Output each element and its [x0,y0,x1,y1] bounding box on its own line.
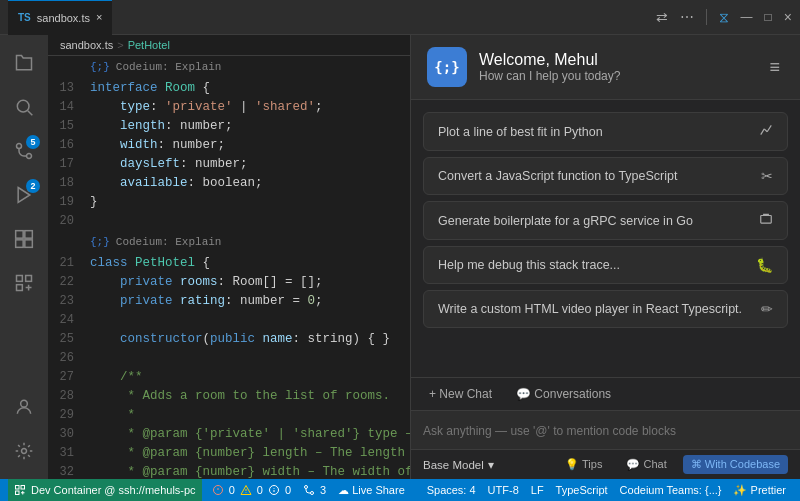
suggestion-item-1[interactable]: Convert a JavaScript function to TypeScr… [423,157,788,195]
chat-input[interactable] [423,424,788,438]
chat-button[interactable]: 💬 Chat [618,455,674,474]
activity-extensions[interactable] [4,219,44,259]
editor-area: sandbox.ts > PetHotel {;} Codeium: Expla… [48,35,410,479]
activity-settings[interactable] [4,431,44,471]
suggestion-item-3[interactable]: Help me debug this stack trace... 🐛 [423,246,788,284]
suggestion-text-1: Convert a JavaScript function to TypeScr… [438,169,677,183]
svg-rect-21 [16,491,20,495]
code-line-25: 25 constructor(public name: string) { } [48,330,410,349]
encoding-status[interactable]: UTF-8 [482,484,525,496]
status-bar: Dev Container @ ssh://mehuls-pc 0 0 0 3 … [0,479,800,501]
suggestion-icon-4: ✏ [761,301,773,317]
tips-label: 💡 Tips [565,458,602,471]
suggestion-text-4: Write a custom HTML video player in Reac… [438,302,742,316]
codeium-icon-2: {;} [90,233,110,252]
svg-rect-12 [17,285,23,291]
activity-accounts[interactable] [4,387,44,427]
chat-footer: + New Chat 💬 Conversations Base Model ▾ … [411,377,800,479]
svg-rect-9 [25,240,33,248]
codeium-hint-1[interactable]: {;} Codeium: Explain [48,56,410,79]
suggestion-item-0[interactable]: Plot a line of best fit in Python [423,112,788,151]
info-icon [268,484,280,496]
language-status[interactable]: TypeScript [550,484,614,496]
tips-button[interactable]: 💡 Tips [557,455,610,474]
tab-close-button[interactable]: × [96,12,102,23]
main-layout: 5 2 [0,35,800,479]
suggestion-item-2[interactable]: Generate boilerplate for a gRPC service … [423,201,788,240]
close-window-icon[interactable]: × [784,9,792,25]
line-ending-status[interactable]: LF [525,484,550,496]
minimize-icon[interactable]: — [741,10,753,24]
activity-run-debug[interactable]: 2 [4,175,44,215]
active-tab[interactable]: TS sandbox.ts × [8,0,112,35]
codeium-status[interactable]: Codeium Teams: {...} [614,484,728,496]
code-line-20: 20 [48,212,410,231]
new-chat-button[interactable]: + New Chat [423,384,498,404]
git-icon [303,484,315,496]
svg-line-17 [767,125,771,131]
conversations-label: 💬 Conversations [516,387,611,401]
codeium-hint-2[interactable]: {;} Codeium: Explain [48,231,410,254]
code-line-19: 19 } [48,193,410,212]
code-line-13: 13 interface Room { [48,79,410,98]
spaces-status[interactable]: Spaces: 4 [421,484,482,496]
code-line-32: 32 * @param {number} width – The width o… [48,463,410,479]
svg-point-14 [22,449,27,454]
codeium-label-2: Codeium: Explain [116,233,222,252]
codeium-status-label: Codeium Teams: {...} [620,484,722,496]
chat-menu-button[interactable]: ≡ [765,53,784,82]
breadcrumb-file[interactable]: sandbox.ts [60,39,113,51]
warning-icon [240,484,252,496]
live-share-status[interactable]: ☁ Live Share [332,479,411,501]
svg-rect-20 [21,486,25,490]
code-line-23: 23 private rating: number = 0; [48,292,410,311]
svg-point-2 [17,144,22,149]
welcome-subtitle: How can I help you today? [479,69,753,83]
svg-point-3 [27,154,32,159]
activity-bottom-section [4,387,44,479]
svg-rect-19 [16,486,20,490]
chat-welcome-text: Welcome, Mehul How can I help you today? [479,51,753,83]
suggestion-icon-3: 🐛 [756,257,773,273]
suggestion-text-2: Generate boilerplate for a gRPC service … [438,214,693,228]
code-line-28: 28 * Adds a room to the list of rooms. [48,387,410,406]
split-editor-icon[interactable]: ⇄ [656,9,668,25]
svg-line-15 [761,129,765,135]
activity-remote-explorer[interactable] [4,263,44,303]
code-line-14: 14 type: 'private' | 'shared'; [48,98,410,117]
prettier-label: ✨ Prettier [733,484,786,497]
suggestion-icon-2 [759,212,773,229]
code-line-26: 26 [48,349,410,368]
prettier-status[interactable]: ✨ Prettier [727,484,792,497]
logo-text: {;} [434,59,459,75]
codeium-logo-title: ⧖ [719,9,729,26]
git-status[interactable]: 3 [297,479,332,501]
remote-indicator[interactable]: Dev Container @ ssh://mehuls-pc [8,479,202,501]
errors-status[interactable]: 0 0 0 [206,479,297,501]
conversations-button[interactable]: 💬 Conversations [510,384,617,404]
svg-rect-11 [26,276,32,282]
chat-model-bar: Base Model ▾ 💡 Tips 💬 Chat ⌘ With Codeba… [411,449,800,479]
maximize-icon[interactable]: □ [765,10,772,24]
suggestion-item-4[interactable]: Write a custom HTML video player in Reac… [423,290,788,328]
more-actions-icon[interactable]: ⋯ [680,9,694,25]
suggestion-icon-0 [759,123,773,140]
codebase-button[interactable]: ⌘ With Codebase [683,455,788,474]
svg-rect-18 [761,216,772,224]
chat-tab-bar: + New Chat 💬 Conversations [411,378,800,411]
activity-source-control[interactable]: 5 [4,131,44,171]
model-label: Base Model [423,459,484,471]
codebase-label: ⌘ With Codebase [691,458,780,471]
svg-rect-10 [17,276,23,282]
breadcrumb-symbol[interactable]: PetHotel [128,39,170,51]
svg-point-31 [311,492,314,495]
suggestion-icon-1: ✂ [761,168,773,184]
code-line-24: 24 [48,311,410,330]
remote-icon [14,484,26,496]
model-selector[interactable]: Base Model ▾ [423,458,494,472]
code-editor[interactable]: {;} Codeium: Explain 13 interface Room {… [48,56,410,479]
chat-input-area [411,411,800,449]
activity-search[interactable] [4,87,44,127]
svg-point-13 [21,400,28,407]
activity-explorer[interactable] [4,43,44,83]
